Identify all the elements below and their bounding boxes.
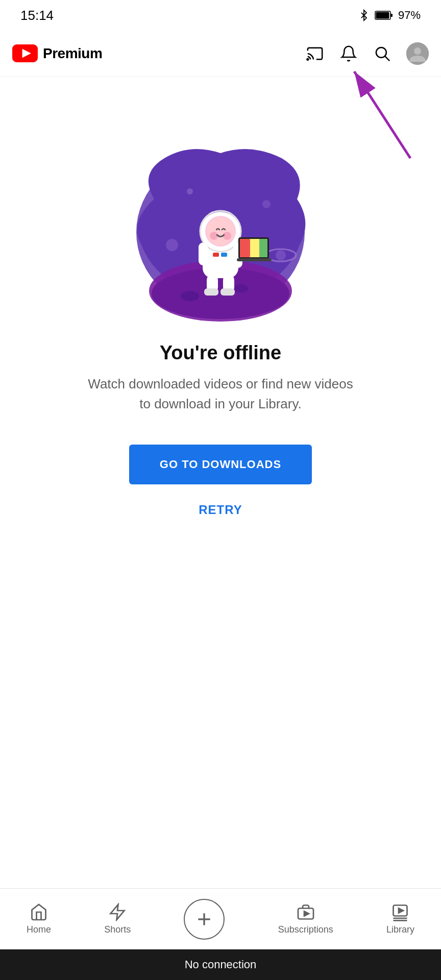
svg-rect-1 <box>376 12 389 19</box>
svg-point-21 <box>234 284 248 292</box>
svg-rect-30 <box>213 253 219 257</box>
nav-label-shorts: Shorts <box>104 924 131 935</box>
svg-rect-2 <box>390 14 393 17</box>
svg-marker-49 <box>399 909 403 913</box>
nav-label-subscriptions: Subscriptions <box>278 924 333 935</box>
status-time: 15:14 <box>20 8 54 23</box>
svg-line-7 <box>385 56 390 61</box>
svg-point-9 <box>414 47 421 55</box>
svg-rect-31 <box>221 253 227 257</box>
svg-point-5 <box>307 58 308 60</box>
nav-item-shorts[interactable]: Shorts <box>94 898 141 940</box>
nav-item-subscriptions[interactable]: Subscriptions <box>268 898 344 940</box>
svg-marker-47 <box>304 912 309 916</box>
svg-rect-35 <box>220 288 235 296</box>
subscriptions-icon <box>297 903 315 921</box>
svg-rect-43 <box>199 242 208 265</box>
retry-button[interactable]: RETRY <box>199 503 242 517</box>
svg-rect-42 <box>237 258 272 261</box>
no-connection-banner: No connection <box>0 949 441 980</box>
notification-icon[interactable] <box>339 44 358 63</box>
shorts-icon <box>108 903 127 921</box>
main-content: You're offline Watch downloaded videos o… <box>0 107 441 548</box>
svg-point-17 <box>276 250 286 260</box>
search-icon[interactable] <box>373 44 392 63</box>
library-icon <box>391 903 409 921</box>
create-button[interactable] <box>184 899 225 940</box>
svg-point-20 <box>181 291 199 301</box>
bottom-navigation: Home Shorts Subscriptions <box>0 888 441 949</box>
svg-rect-40 <box>250 239 259 257</box>
svg-point-27 <box>210 232 218 240</box>
offline-subtitle: Watch downloaded videos or find new vide… <box>88 374 353 414</box>
battery-percentage: 97% <box>398 9 421 22</box>
status-bar: 15:14 97% <box>0 0 441 31</box>
svg-point-6 <box>376 47 386 57</box>
offline-title: You're offline <box>160 342 281 364</box>
svg-rect-39 <box>240 239 250 257</box>
home-icon <box>30 903 48 921</box>
logo-area: Premium <box>12 44 102 62</box>
svg-point-28 <box>223 232 231 240</box>
svg-rect-34 <box>204 288 218 296</box>
svg-point-26 <box>206 217 235 246</box>
nav-item-home[interactable]: Home <box>16 898 61 940</box>
svg-point-13 <box>166 239 178 251</box>
nav-item-create[interactable] <box>174 894 235 945</box>
status-icons: 97% <box>358 9 421 22</box>
app-bar: Premium <box>0 31 441 77</box>
no-connection-text: No connection <box>185 958 257 971</box>
app-bar-actions <box>305 42 429 65</box>
bluetooth-icon <box>358 9 370 22</box>
battery-icon <box>375 10 393 20</box>
go-to-downloads-button[interactable]: GO TO DOWNLOADS <box>129 445 312 484</box>
app-title: Premium <box>43 45 102 62</box>
svg-point-15 <box>187 188 193 194</box>
svg-rect-41 <box>259 239 267 257</box>
offline-illustration <box>124 138 317 322</box>
cast-icon[interactable] <box>305 44 325 63</box>
nav-label-home: Home <box>27 924 51 935</box>
profile-avatar-icon[interactable] <box>406 42 429 65</box>
youtube-logo-icon <box>12 44 38 62</box>
nav-label-library: Library <box>386 924 414 935</box>
svg-point-14 <box>262 200 271 208</box>
nav-item-library[interactable]: Library <box>376 898 425 940</box>
